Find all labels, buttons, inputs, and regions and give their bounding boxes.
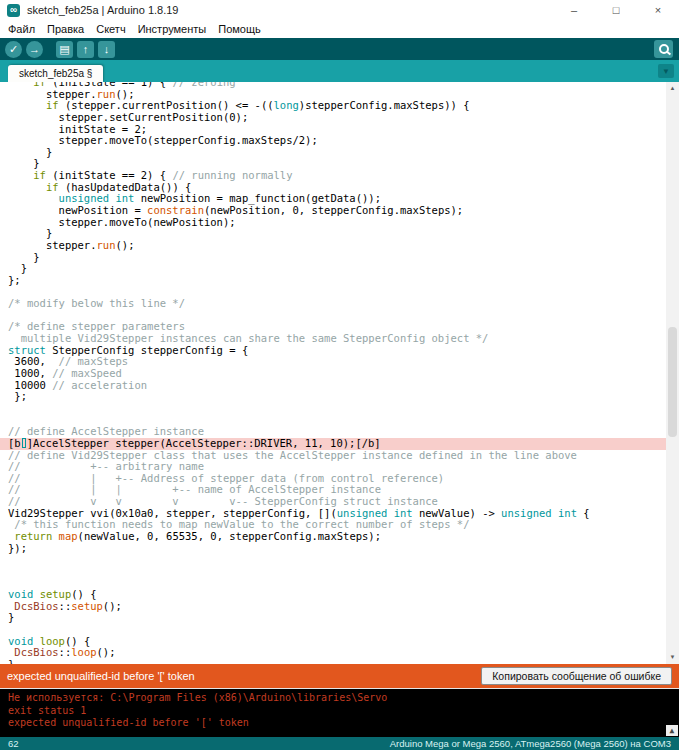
magnifier-icon bbox=[659, 44, 669, 54]
menu-item-4[interactable]: Помощь bbox=[218, 23, 261, 35]
code-editor[interactable]: if (initState == 1) { // zeroing stepper… bbox=[0, 82, 679, 664]
menu-bar: ФайлПравкаСкетчИнструментыПомощь bbox=[0, 20, 679, 38]
chevron-down-icon: ▼ bbox=[662, 67, 670, 76]
serial-monitor-button[interactable] bbox=[654, 40, 673, 58]
menu-item-0[interactable]: Файл bbox=[8, 23, 35, 35]
minimize-button[interactable]: – bbox=[553, 0, 595, 20]
code-line: 10000 // acceleration bbox=[8, 380, 679, 392]
code-line bbox=[8, 578, 679, 590]
save-button[interactable]: ↓ bbox=[98, 41, 115, 58]
code-line: } bbox=[8, 147, 679, 159]
tab-list-dropdown-button[interactable]: ▼ bbox=[658, 64, 674, 78]
tab-label: sketch_feb25a § bbox=[19, 68, 92, 79]
code-line: stepper.moveTo(newPosition); bbox=[8, 217, 679, 229]
build-console: Не используется: C:\Program Files (x86)\… bbox=[0, 688, 679, 737]
code-line: } bbox=[8, 659, 679, 664]
title-bar: ∞ sketch_feb25a | Arduino 1.8.19 – □ × bbox=[0, 0, 679, 20]
arduino-ide-window: ∞ sketch_feb25a | Arduino 1.8.19 – □ × Ф… bbox=[0, 0, 679, 750]
menu-item-1[interactable]: Правка bbox=[47, 23, 84, 35]
code-line bbox=[8, 403, 679, 415]
new-sketch-button[interactable]: ▤ bbox=[56, 41, 73, 58]
menu-item-3[interactable]: Инструменты bbox=[138, 23, 207, 35]
code-line: }; bbox=[8, 391, 679, 403]
code-line bbox=[8, 624, 679, 636]
scroll-up-icon[interactable]: ▲ bbox=[666, 83, 679, 94]
window-controls: – □ × bbox=[553, 0, 679, 20]
close-button[interactable]: × bbox=[637, 0, 679, 20]
tab-sketch-feb25a[interactable]: sketch_feb25a § bbox=[8, 65, 103, 82]
code-line: }); bbox=[8, 543, 679, 555]
window-title: sketch_feb25a | Arduino 1.8.19 bbox=[27, 4, 178, 16]
tab-bar: sketch_feb25a § ▼ bbox=[0, 60, 679, 82]
text-caret bbox=[22, 438, 26, 448]
code-line: } bbox=[8, 263, 679, 275]
menu-item-2[interactable]: Скетч bbox=[96, 23, 125, 35]
scroll-down-icon[interactable]: ▼ bbox=[666, 652, 679, 663]
code-line: DcsBios::loop(); bbox=[8, 647, 679, 659]
code-line: stepper.run(); bbox=[8, 240, 679, 252]
upload-button[interactable]: → bbox=[26, 41, 43, 58]
console-line: Не используется: C:\Program Files (x86)\… bbox=[8, 692, 671, 705]
code-area: if (initState == 1) { // zeroing stepper… bbox=[0, 82, 679, 664]
console-line: exit status 1 bbox=[8, 705, 671, 718]
line-number-indicator: 62 bbox=[8, 738, 19, 749]
scrollbar-thumb[interactable] bbox=[668, 327, 677, 437]
status-bar: 62 Arduino Mega or Mega 2560, ATmega2560… bbox=[0, 737, 679, 750]
code-line: stepper.moveTo(stepperConfig.maxSteps/2)… bbox=[8, 135, 679, 147]
console-line: expected unqualified-id before '[' token bbox=[8, 717, 671, 730]
verify-button[interactable]: ✓ bbox=[5, 41, 22, 58]
toolbar: ✓→▤↑↓ bbox=[0, 38, 679, 60]
error-status-bar: expected unqualified-id before '[' token… bbox=[0, 664, 679, 688]
open-button[interactable]: ↑ bbox=[77, 41, 94, 58]
code-line bbox=[8, 566, 679, 578]
maximize-button[interactable]: □ bbox=[595, 0, 637, 20]
code-line: }; bbox=[8, 275, 679, 287]
error-message: expected unqualified-id before '[' token bbox=[7, 670, 195, 682]
code-line: return map(newValue, 0, 65535, 0, steppe… bbox=[8, 531, 679, 543]
code-line: DcsBios::setup(); bbox=[8, 601, 679, 613]
copy-error-button[interactable]: Копировать сообщение об ошибке bbox=[481, 667, 672, 685]
console-scroll-up-icon[interactable]: ▲ bbox=[666, 725, 678, 736]
editor-scrollbar[interactable]: ▲ ▼ bbox=[666, 82, 679, 664]
code-line: } bbox=[8, 612, 679, 624]
arduino-app-icon: ∞ bbox=[7, 4, 20, 17]
code-line bbox=[8, 554, 679, 566]
code-line: } bbox=[8, 252, 679, 264]
code-line: /* modify below this line */ bbox=[8, 298, 679, 310]
board-port-indicator: Arduino Mega or Mega 2560, ATmega2560 (M… bbox=[390, 738, 671, 749]
